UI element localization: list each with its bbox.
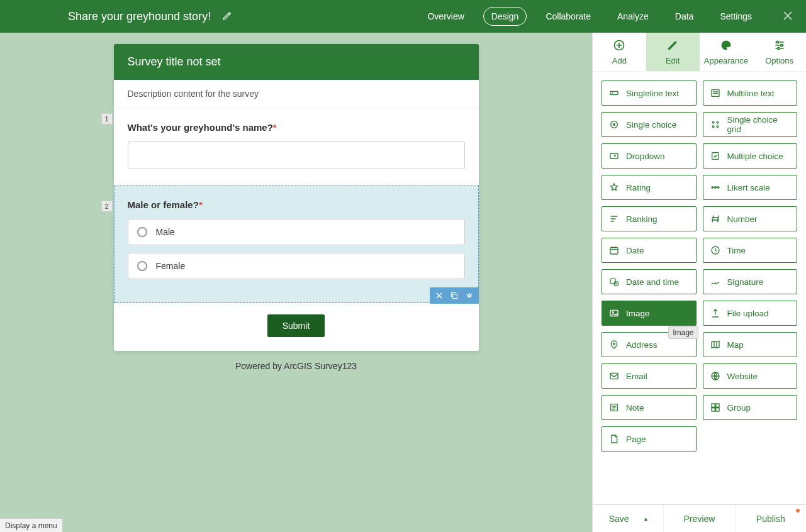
qtype-upload[interactable]: File upload [703, 301, 798, 326]
page-icon [608, 433, 620, 445]
choice-option[interactable]: Male [128, 219, 465, 245]
qtype-map[interactable]: Map [703, 332, 798, 357]
qtype-label: Group [727, 403, 751, 413]
publish-button[interactable]: Publish [736, 505, 806, 532]
qtype-multitext[interactable]: Multiline text [703, 80, 798, 106]
survey-description[interactable]: Description content for the survey [114, 80, 479, 108]
svg-point-12 [717, 126, 719, 128]
save-button[interactable]: Save▴ [593, 505, 664, 532]
svg-rect-0 [452, 294, 457, 299]
nav-settings[interactable]: Settings [712, 8, 759, 25]
choice-label: Female [156, 261, 186, 271]
qtype-time[interactable]: Time [703, 238, 798, 263]
edit-title-icon[interactable] [222, 11, 232, 23]
tab-appearance[interactable]: Appearance [700, 33, 753, 71]
qtype-checkbox[interactable]: Multiple choice [703, 143, 798, 169]
qtype-label: Multiple choice [727, 152, 783, 161]
survey-title[interactable]: Survey title not set [114, 44, 479, 80]
tools-icon[interactable] [782, 10, 793, 23]
question-number-badge: 2 [101, 201, 113, 212]
qtype-signature[interactable]: Signature [703, 269, 798, 294]
qtype-label: Email [626, 372, 647, 381]
number-icon [710, 213, 721, 224]
qtype-label: Single choice grid [727, 115, 791, 134]
upload-icon [710, 308, 721, 319]
powered-by: Powered by ArcGIS Survey123 [114, 361, 479, 371]
qtype-radiogrid[interactable]: Single choice grid [703, 112, 798, 137]
qtype-page[interactable]: Page [602, 426, 697, 452]
choice-label: Male [156, 227, 175, 237]
duplicate-question-icon[interactable] [450, 291, 459, 300]
note-icon [608, 402, 620, 413]
qtype-star[interactable]: Rating [602, 175, 697, 200]
qtype-datetime[interactable]: Date and time [602, 269, 697, 294]
tab-label: Options [765, 56, 793, 65]
nav-analyze[interactable]: Analyze [610, 8, 656, 25]
qtype-ranking[interactable]: Ranking [602, 206, 697, 231]
qtype-date[interactable]: Date [602, 238, 697, 263]
nav-data[interactable]: Data [668, 8, 702, 25]
qtype-label: Image [626, 309, 650, 318]
qtype-label: Likert scale [727, 183, 770, 192]
svg-point-2 [776, 41, 778, 43]
required-marker: * [199, 199, 203, 210]
email-icon [608, 370, 620, 382]
svg-point-10 [717, 121, 719, 123]
svg-point-23 [612, 312, 613, 313]
question-1[interactable]: 1 What's your greyhound's name?* [114, 108, 479, 186]
image-icon [608, 308, 620, 319]
qtype-dropdown[interactable]: Dropdown [602, 143, 697, 169]
text-answer-input[interactable] [128, 141, 465, 169]
nav-overview[interactable]: Overview [420, 8, 471, 25]
qtype-email[interactable]: Email [602, 363, 697, 389]
qtype-website[interactable]: Website [703, 363, 798, 389]
qtype-label: Multiline text [727, 89, 775, 98]
radio-icon [137, 227, 147, 237]
question-type-grid: Singleline textMultiline textSingle choi… [593, 72, 806, 460]
qtype-note[interactable]: Note [602, 395, 697, 420]
palette-icon [720, 39, 732, 53]
qtype-number[interactable]: Number [703, 206, 798, 231]
top-bar: Share your greyhound story! Overview Des… [0, 0, 806, 33]
svg-rect-31 [715, 408, 719, 411]
multitext-icon [710, 87, 721, 99]
map-icon [710, 339, 721, 350]
qtype-label: Rating [626, 183, 651, 192]
canvas[interactable]: Survey title not set Description content… [0, 33, 592, 532]
caret-up-icon: ▴ [644, 515, 647, 522]
submit-button[interactable]: Submit [267, 314, 325, 337]
qtype-label: Dropdown [626, 152, 665, 161]
qtype-radio[interactable]: Single choice [602, 112, 697, 137]
svg-rect-29 [715, 404, 719, 407]
preview-button[interactable]: Preview [664, 505, 735, 532]
qtype-image[interactable]: ImageImage [602, 301, 697, 326]
tooltip: Image [668, 326, 698, 339]
svg-rect-28 [712, 404, 715, 407]
choice-option[interactable]: Female [128, 253, 465, 279]
checkbox-icon [710, 150, 721, 162]
dropdown-icon [608, 150, 620, 162]
radio-icon [608, 119, 620, 130]
qtype-text[interactable]: Singleline text [602, 80, 697, 106]
nav-design[interactable]: Design [483, 7, 527, 26]
qtype-group[interactable]: Group [703, 395, 798, 420]
delete-question-icon[interactable] [435, 291, 444, 300]
question-label: What's your greyhound's name?* [128, 122, 465, 133]
group-icon [710, 402, 721, 413]
qtype-label: Map [727, 340, 744, 350]
qtype-likert[interactable]: Likert scale [703, 175, 798, 200]
qtype-label: Address [626, 340, 658, 350]
qtype-label: Note [626, 403, 644, 413]
qtype-label: Time [727, 246, 746, 255]
tab-options[interactable]: Options [753, 33, 806, 71]
nav-collaborate[interactable]: Collaborate [538, 8, 598, 25]
question-2[interactable]: 2 Male or female?* Male Female [114, 186, 479, 303]
text-icon [608, 87, 620, 99]
survey-name: Share your greyhound story! [68, 10, 211, 23]
tab-edit[interactable]: Edit [646, 33, 700, 71]
required-marker: * [273, 122, 277, 133]
tab-add[interactable]: Add [593, 33, 646, 71]
tab-label: Edit [666, 56, 680, 65]
move-question-icon[interactable] [465, 291, 474, 300]
svg-point-3 [780, 44, 782, 46]
